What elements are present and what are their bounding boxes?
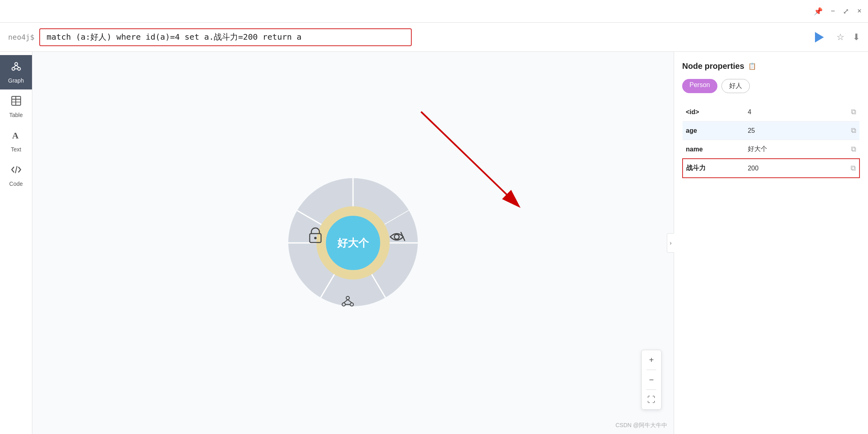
copy-name-button[interactable]: ⧉ — [842, 140, 859, 159]
svg-text:A: A — [12, 130, 19, 140]
favorite-icon[interactable]: ☆ — [836, 32, 845, 43]
run-icon — [815, 32, 824, 43]
sidebar-item-text[interactable]: A Text — [0, 124, 32, 158]
graph-canvas: 好大个 + − ⛶ CSDN @阿牛大牛中 — [32, 52, 674, 434]
copy-age-button[interactable]: ⧉ — [842, 121, 859, 140]
zoom-out-button[interactable]: − — [645, 373, 658, 386]
graph-icon — [11, 61, 22, 75]
minimize-button[interactable]: − — [831, 7, 835, 15]
svg-line-3 — [13, 65, 16, 68]
properties-table: <id> 4 ⧉ age 25 ⧉ name 好大个 ⧉ 战斗力 200 — [682, 103, 860, 178]
prop-name-name: name — [683, 140, 745, 159]
watermark: CSDN @阿牛大牛中 — [615, 422, 667, 429]
window-controls: 📌 − ⤢ × — [814, 7, 862, 16]
svg-point-2 — [17, 68, 20, 70]
prop-row-age: age 25 ⧉ — [683, 121, 859, 140]
prop-value-zhandouli: 200 — [745, 159, 842, 178]
text-icon: A — [11, 130, 22, 144]
prop-name-age: age — [683, 121, 745, 140]
query-input[interactable] — [47, 32, 404, 42]
query-actions: ☆ ⬇ — [811, 28, 860, 46]
svg-point-1 — [12, 68, 15, 70]
right-panel: › Node properties 📋 Person 好人 <id> 4 ⧉ a… — [674, 52, 868, 434]
svg-line-4 — [16, 65, 19, 68]
copy-zhandouli-button[interactable]: ⧉ — [842, 159, 859, 178]
panel-title: Node properties 📋 — [682, 62, 860, 71]
prop-value-age: 25 — [745, 121, 842, 140]
sidebar-item-code[interactable]: Code — [0, 158, 32, 193]
table-icon — [11, 95, 22, 109]
pin-button[interactable]: 📌 — [814, 7, 823, 16]
zoom-divider-2 — [647, 389, 656, 390]
prop-value-name: 好大个 — [745, 140, 842, 159]
sidebar-text-label: Text — [11, 146, 21, 153]
prop-name-zhandouli: 战斗力 — [683, 159, 745, 178]
main-layout: Graph Table A Text — [0, 52, 868, 434]
node-label: 好大个 — [337, 236, 369, 250]
query-bar: neo4j$ ☆ ⬇ — [0, 23, 868, 52]
tags-row: Person 好人 — [682, 79, 860, 93]
panel-toggle-button[interactable]: › — [667, 233, 674, 253]
sidebar-table-label: Table — [9, 112, 23, 118]
run-button[interactable] — [811, 28, 828, 46]
prop-row-zhandouli: 战斗力 200 ⧉ — [683, 159, 859, 178]
query-prefix: neo4j$ — [8, 33, 34, 41]
download-icon[interactable]: ⬇ — [853, 32, 860, 43]
zoom-in-button[interactable]: + — [645, 353, 658, 366]
circular-menu: 好大个 — [264, 154, 442, 332]
node-center[interactable]: 好大个 — [323, 213, 383, 273]
copy-id-button[interactable]: ⧉ — [842, 103, 859, 121]
close-button[interactable]: × — [857, 7, 862, 15]
query-input-wrapper — [39, 28, 412, 46]
window-top-bar: 📌 − ⤢ × — [0, 0, 868, 23]
panel-title-text: Node properties — [682, 62, 744, 71]
tag-haoren[interactable]: 好人 — [721, 79, 750, 93]
code-icon — [11, 164, 22, 178]
sidebar: Graph Table A Text — [0, 52, 32, 434]
tag-person[interactable]: Person — [682, 79, 717, 93]
zoom-controls: + − ⛶ — [641, 350, 662, 410]
panel-title-icon: 📋 — [748, 62, 756, 70]
prop-row-name: name 好大个 ⧉ — [683, 140, 859, 159]
zoom-divider — [647, 370, 656, 370]
prop-row-id: <id> 4 ⧉ — [683, 103, 859, 121]
svg-point-21 — [314, 237, 317, 239]
prop-name-id: <id> — [683, 103, 745, 121]
sidebar-item-table[interactable]: Table — [0, 89, 32, 124]
svg-line-11 — [15, 166, 17, 173]
fit-button[interactable]: ⛶ — [645, 393, 658, 406]
sidebar-code-label: Code — [9, 181, 23, 187]
svg-point-0 — [15, 63, 17, 66]
prop-value-id: 4 — [745, 103, 842, 121]
sidebar-item-graph[interactable]: Graph — [0, 55, 32, 89]
maximize-button[interactable]: ⤢ — [843, 7, 849, 16]
sidebar-graph-label: Graph — [8, 77, 24, 84]
